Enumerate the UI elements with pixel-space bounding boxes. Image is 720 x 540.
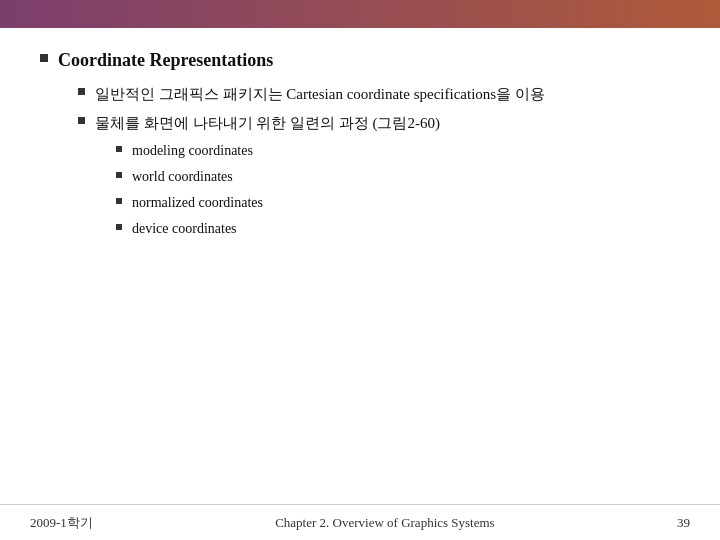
- slide-content: Coordinate Representations 일반적인 그래픽스 패키지…: [0, 28, 720, 254]
- sub-sub-bullet-text-2: normalized coordinates: [132, 192, 263, 213]
- sub-bullet-icon-1: [78, 117, 85, 124]
- sub-sub-bullet-2: normalized coordinates: [116, 192, 680, 213]
- main-bullet-text: Coordinate Representations: [58, 48, 273, 73]
- footer: 2009-1학기 Chapter 2. Overview of Graphics…: [0, 504, 720, 540]
- footer-left: 2009-1학기: [30, 514, 93, 532]
- main-bullet-row: Coordinate Representations: [40, 48, 680, 73]
- sub-sub-bullet-icon-0: [116, 146, 122, 152]
- sub-sub-bullet-0: modeling coordinates: [116, 140, 680, 161]
- sub-sub-bullet-1: world coordinates: [116, 166, 680, 187]
- sub-section: 일반적인 그래픽스 패키지는 Cartesian coordinate spec…: [78, 83, 680, 239]
- main-bullet-icon: [40, 54, 48, 62]
- sub-sub-bullet-text-0: modeling coordinates: [132, 140, 253, 161]
- sub-bullet-1: 물체를 화면에 나타내기 위한 일련의 과정 (그림2-60): [78, 112, 680, 135]
- sub-sub-bullet-icon-3: [116, 224, 122, 230]
- sub-bullet-icon-0: [78, 88, 85, 95]
- sub-bullet-text-0: 일반적인 그래픽스 패키지는 Cartesian coordinate spec…: [95, 83, 545, 106]
- sub-sub-bullet-text-3: device coordinates: [132, 218, 237, 239]
- sub-sub-bullet-icon-2: [116, 198, 122, 204]
- sub-bullet-text-1: 물체를 화면에 나타내기 위한 일련의 과정 (그림2-60): [95, 112, 440, 135]
- sub-sub-bullet-3: device coordinates: [116, 218, 680, 239]
- sub-sub-bullet-icon-1: [116, 172, 122, 178]
- footer-right: 39: [677, 515, 690, 531]
- header-bar: [0, 0, 720, 28]
- sub-bullet-0: 일반적인 그래픽스 패키지는 Cartesian coordinate spec…: [78, 83, 680, 106]
- sub-sub-bullet-text-1: world coordinates: [132, 166, 233, 187]
- footer-center: Chapter 2. Overview of Graphics Systems: [275, 515, 495, 531]
- sub-sub-section: modeling coordinates world coordinates n…: [116, 140, 680, 239]
